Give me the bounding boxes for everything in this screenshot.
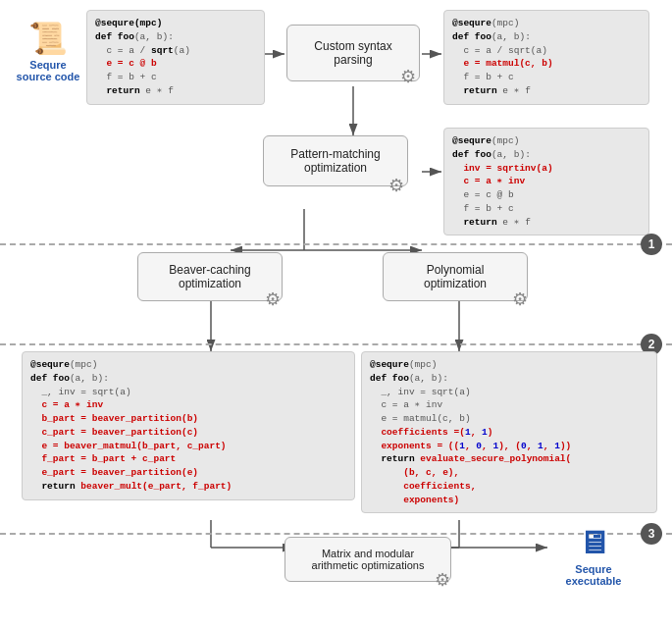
custom-syntax-label: Custom syntax parsing: [314, 39, 391, 67]
matrix-modular-box: Matrix and modular arithmetic optimizati…: [284, 537, 451, 582]
diagram: 📜 Sequre source code @sequre(mpc) def fo…: [0, 0, 672, 628]
polynomial-box: Polynomial optimization: [383, 252, 528, 301]
chip-icon: 🖥: [578, 525, 609, 561]
source-icon: 📜 Sequre source code: [14, 20, 82, 82]
beaver-caching-label: Beaver-caching optimization: [169, 263, 250, 290]
custom-syntax-gear: ⚙: [400, 68, 416, 85]
beaver-caching-gear: ⚙: [265, 290, 281, 308]
polynomial-label: Polynomial optimization: [424, 263, 487, 290]
pattern-matching-label: Pattern-matching optimization: [290, 147, 380, 175]
code-box-1: @sequre(mpc) def foo(a, b): c = a / sqrt…: [86, 10, 265, 105]
executable-label-line2: executable: [566, 575, 622, 587]
matrix-modular-label: Matrix and modular arithmetic optimizati…: [312, 548, 425, 571]
code-box-5: @sequre(mpc) def foo(a, b): _, inv = sqr…: [361, 351, 657, 513]
scroll-icon: 📜: [28, 20, 68, 57]
code1-line1: @sequre(mpc): [95, 18, 162, 28]
divider-2: [0, 343, 672, 345]
pattern-matching-gear: ⚙: [388, 177, 404, 194]
pattern-matching-box: Pattern-matching optimization: [263, 135, 408, 186]
section-num-1: 1: [641, 234, 662, 255]
code-box-4: @sequre(mpc) def foo(a, b): _, inv = sqr…: [22, 351, 355, 500]
section-num-3: 3: [641, 523, 662, 545]
polynomial-gear: ⚙: [512, 290, 528, 308]
source-label-line1: Sequre: [29, 59, 66, 71]
source-label-line2: source code: [17, 71, 80, 82]
executable-icon: 🖥 Sequre executable: [549, 525, 638, 587]
executable-label-line1: Sequre: [575, 563, 611, 575]
divider-1: [0, 243, 672, 245]
code-box-2: @sequre(mpc) def foo(a, b): c = a / sqrt…: [443, 10, 649, 105]
matrix-modular-gear: ⚙: [435, 571, 450, 589]
beaver-caching-box: Beaver-caching optimization: [137, 252, 283, 301]
code-box-3: @sequre(mpc) def foo(a, b): inv = sqrtin…: [443, 128, 649, 236]
